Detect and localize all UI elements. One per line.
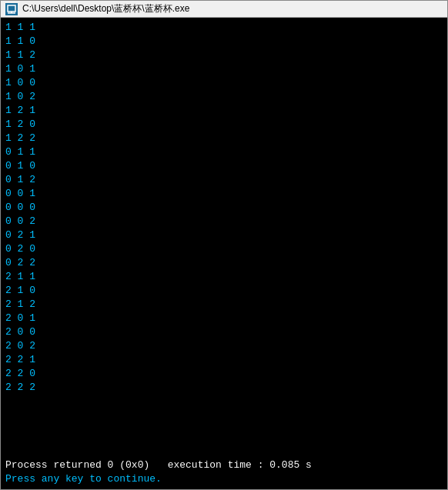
console-output-line: 0 0 2	[5, 215, 443, 228]
console-output-line: 2 0 0	[5, 325, 443, 339]
title-bar-text: C:\Users\dell\Desktop\蓝桥杯\蓝桥杯.exe	[22, 2, 189, 15]
console-output-line: 2 2 0	[5, 367, 443, 381]
console-output-line: 2 2 2	[5, 381, 443, 395]
console-output-line: 0 2 2	[5, 256, 443, 270]
window: C:\Users\dell\Desktop\蓝桥杯\蓝桥杯.exe 1 1 11…	[0, 0, 448, 490]
svg-rect-0	[8, 5, 15, 12]
console-output-line: 1 2 2	[5, 132, 443, 145]
console-output-line: 2 0 2	[5, 339, 443, 353]
console-output-line: 1 1 2	[5, 48, 443, 62]
console-output-line: 0 2 1	[5, 228, 443, 242]
console-output-line: 0 1 0	[5, 159, 443, 173]
console-output-line: 2 2 1	[5, 353, 443, 367]
console-output-line: 1 2 0	[5, 118, 443, 132]
console-output-line: 1 2 1	[5, 104, 443, 118]
console-output-line: 0 1 1	[5, 145, 443, 159]
press-line: Press any key to continue.	[5, 472, 443, 486]
console-body: 1 1 11 1 01 1 21 0 11 0 01 0 21 2 11 2 0…	[1, 18, 447, 489]
console-output-line: 0 1 2	[5, 173, 443, 187]
console-output-line: 1 1 1	[5, 21, 443, 35]
console-output-line: 2 0 1	[5, 312, 443, 325]
app-icon	[5, 3, 18, 15]
console-output-line: 1 0 2	[5, 90, 443, 104]
console-output-line: 2 1 2	[5, 298, 443, 312]
status-line: Process returned 0 (0x0) execution time …	[5, 458, 443, 472]
console-output-line: 1 0 1	[5, 62, 443, 76]
console-output-line: 1 1 0	[5, 35, 443, 48]
console-lines: 1 1 11 1 01 1 21 0 11 0 01 0 21 2 11 2 0…	[5, 21, 443, 457]
console-output-line: 0 0 0	[5, 201, 443, 215]
title-bar: C:\Users\dell\Desktop\蓝桥杯\蓝桥杯.exe	[1, 1, 447, 18]
console-output-line: 1 0 0	[5, 76, 443, 90]
console-output-line: 2 1 1	[5, 270, 443, 284]
console-output-line: 2 1 0	[5, 284, 443, 298]
console-output-line: 0 2 0	[5, 242, 443, 256]
console-output-line: 0 0 1	[5, 187, 443, 201]
